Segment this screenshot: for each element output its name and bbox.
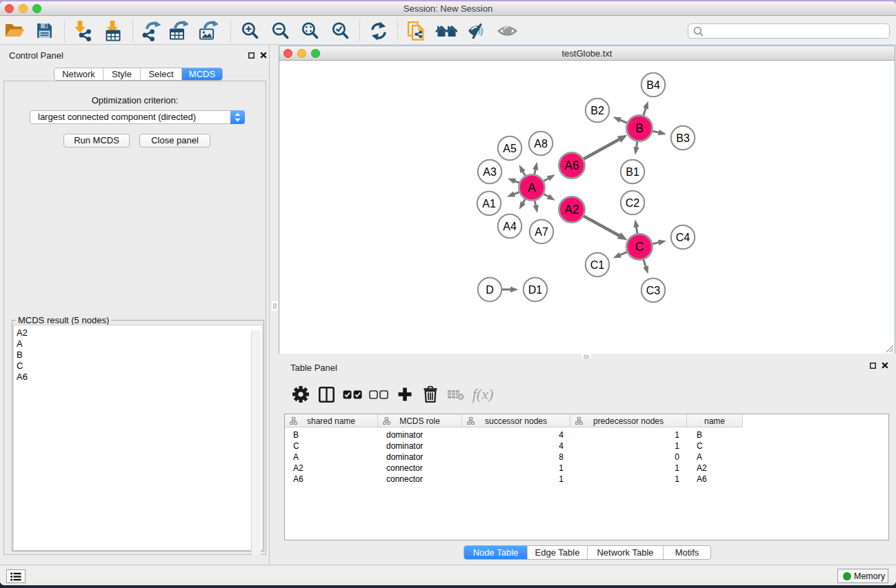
svg-text:C1: C1 (590, 259, 605, 271)
svg-text:B3: B3 (676, 132, 690, 144)
svg-text:C3: C3 (646, 285, 661, 296)
svg-text:A1: A1 (482, 198, 496, 210)
svg-text:A6: A6 (564, 159, 579, 172)
svg-text:B2: B2 (590, 105, 604, 116)
svg-text:A5: A5 (503, 143, 517, 154)
svg-text:A8: A8 (534, 138, 548, 150)
svg-text:D: D (486, 284, 494, 296)
svg-text:B4: B4 (646, 79, 660, 91)
svg-text:B1: B1 (626, 166, 639, 178)
svg-text:A: A (528, 181, 536, 194)
svg-text:C: C (635, 240, 644, 254)
svg-text:C4: C4 (676, 232, 690, 243)
svg-text:D1: D1 (528, 284, 543, 296)
svg-text:A3: A3 (483, 166, 497, 178)
svg-text:C2: C2 (626, 197, 640, 209)
svg-text:B: B (635, 121, 644, 135)
svg-text:A4: A4 (503, 221, 517, 232)
svg-text:A7: A7 (535, 226, 548, 238)
svg-text:A2: A2 (564, 203, 579, 216)
